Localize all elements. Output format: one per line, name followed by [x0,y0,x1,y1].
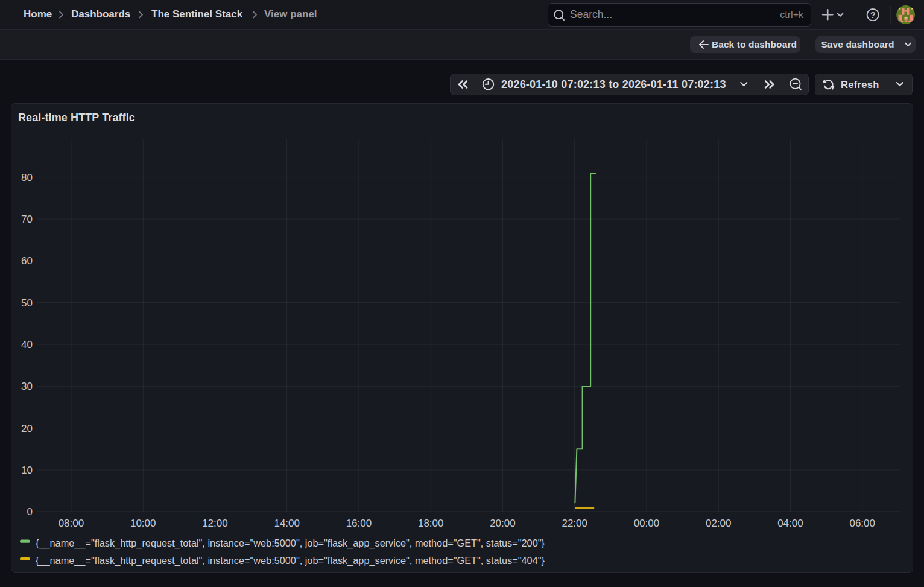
svg-text:20: 20 [21,423,33,434]
svg-text:00:00: 00:00 [634,518,660,529]
svg-text:02:00: 02:00 [706,518,732,529]
svg-text:0: 0 [27,506,33,518]
svg-text:20:00: 20:00 [490,518,516,529]
svg-text:04:00: 04:00 [777,518,803,529]
svg-text:12:00: 12:00 [202,518,228,529]
svg-text:80: 80 [21,172,33,183]
svg-text:40: 40 [21,339,33,351]
svg-text:16:00: 16:00 [346,518,372,529]
svg-text:06:00: 06:00 [849,518,875,529]
svg-text:18:00: 18:00 [418,518,444,529]
svg-text:50: 50 [21,297,33,309]
svg-text:14:00: 14:00 [274,518,300,529]
svg-text:70: 70 [21,214,33,225]
svg-text:10: 10 [21,465,33,476]
svg-text:?: ? [870,10,876,20]
svg-text:08:00: 08:00 [59,518,84,529]
svg-text:60: 60 [21,255,33,267]
svg-text:30: 30 [21,381,33,392]
svg-text:22:00: 22:00 [562,518,587,529]
svg-text:10:00: 10:00 [130,518,156,529]
